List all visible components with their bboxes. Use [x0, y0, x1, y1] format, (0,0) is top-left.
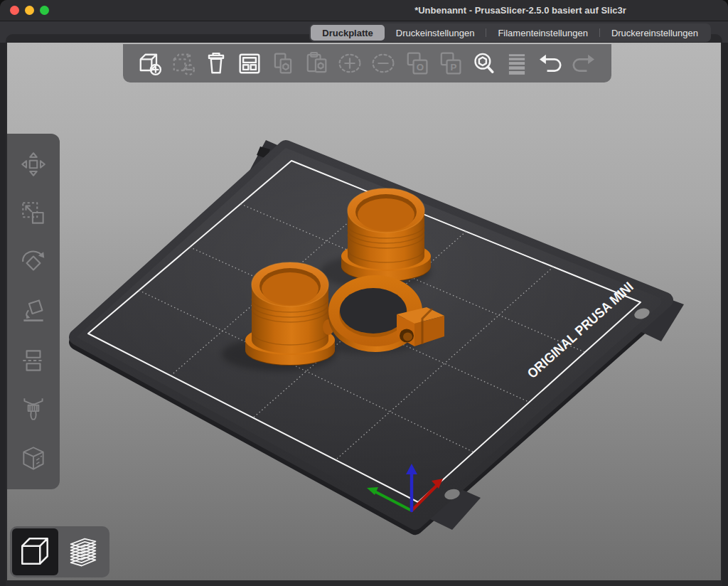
tab-filamenteinstellungen[interactable]: Filamenteinstellungen	[486, 25, 599, 41]
window-title: *Unbenannt - PrusaSlicer-2.5.0 basiert a…	[313, 0, 728, 21]
copy-button[interactable]	[269, 48, 297, 79]
layers-icon	[65, 533, 102, 570]
cut-button[interactable]	[18, 345, 49, 376]
svg-text:P: P	[451, 62, 457, 73]
arrange-button[interactable]	[235, 48, 264, 79]
seam-cube-icon	[18, 444, 48, 474]
prusaslicer-window: *Unbenannt - PrusaSlicer-2.5.0 basiert a…	[0, 0, 728, 586]
move-icon	[18, 149, 48, 179]
rotate-icon	[18, 247, 48, 277]
add-object-button[interactable]	[135, 48, 164, 79]
undo-button[interactable]	[536, 48, 564, 79]
delete-object-button[interactable]	[168, 48, 197, 79]
paste-icon	[302, 49, 331, 78]
add-instance-icon	[336, 49, 364, 78]
paste-button[interactable]	[302, 48, 331, 79]
settings-tabs: Druckplatte Druckeinstellungen Filamente…	[309, 23, 711, 42]
search-button[interactable]	[469, 48, 498, 79]
model-threaded-cap-back[interactable]	[341, 188, 431, 282]
delete-cube-icon	[168, 49, 197, 78]
top-toolbar: O P	[123, 44, 611, 82]
remove-instance-icon	[369, 49, 397, 78]
redo-button[interactable]	[569, 48, 598, 79]
model-threaded-cap-left[interactable]	[245, 262, 335, 366]
place-on-face-button[interactable]	[18, 296, 49, 327]
trash-icon	[202, 49, 230, 78]
zoom-button[interactable]	[40, 6, 49, 15]
title-bar: *Unbenannt - PrusaSlicer-2.5.0 basiert a…	[0, 0, 728, 21]
search-icon	[469, 49, 498, 78]
arrange-icon	[235, 49, 264, 78]
seam-button[interactable]	[18, 443, 49, 474]
tab-druckplatte[interactable]: Druckplatte	[311, 25, 385, 41]
tab-druckeinstellungen[interactable]: Druckeinstellungen	[385, 25, 486, 41]
undo-icon	[536, 49, 564, 78]
add-instance-button[interactable]	[336, 48, 364, 79]
delete-all-button[interactable]	[202, 48, 230, 79]
scale-button[interactable]	[18, 198, 49, 229]
view-mode-toggle	[10, 526, 109, 577]
brush-icon	[18, 395, 48, 425]
remove-instance-button[interactable]	[369, 48, 397, 79]
scene-canvas[interactable]: ORIGINAL PRUSA MINI	[7, 43, 721, 580]
left-toolbar	[7, 134, 60, 489]
minimize-button[interactable]	[25, 6, 34, 15]
variable-layer-height-button[interactable]	[503, 48, 531, 79]
copy-icon	[269, 49, 297, 78]
place-on-face-icon	[18, 297, 48, 326]
cube-icon	[18, 534, 53, 570]
svg-text:O: O	[417, 62, 424, 73]
rotate-button[interactable]	[18, 247, 49, 278]
split-to-parts-button[interactable]: P	[436, 48, 464, 79]
redo-icon	[569, 49, 598, 78]
preview-view-button[interactable]	[60, 528, 106, 575]
split-parts-icon: P	[436, 49, 464, 78]
add-cube-icon	[135, 49, 164, 78]
tab-druckereinstellungen[interactable]: Druckereinstellungen	[600, 25, 710, 41]
move-button[interactable]	[18, 149, 49, 180]
viewport-3d[interactable]: ORIGINAL PRUSA MINI	[7, 43, 721, 580]
split-to-objects-button[interactable]: O	[402, 48, 431, 79]
paint-supports-button[interactable]	[18, 394, 49, 425]
editor-view-button[interactable]	[12, 528, 58, 575]
scale-icon	[18, 198, 48, 228]
layer-bars-icon	[503, 49, 531, 78]
split-objects-icon: O	[402, 49, 431, 78]
close-button[interactable]	[10, 6, 19, 15]
cut-icon	[18, 346, 48, 375]
